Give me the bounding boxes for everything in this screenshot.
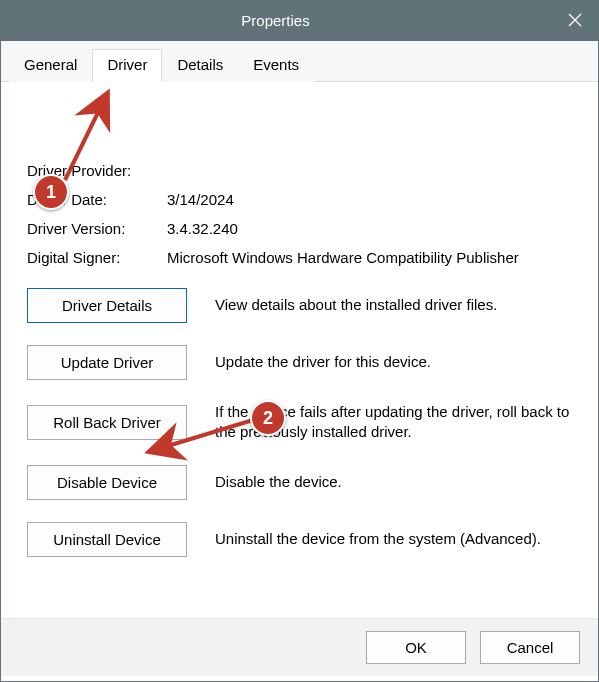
update-driver-desc: Update the driver for this device.	[215, 352, 578, 372]
driver-details-desc: View details about the installed driver …	[215, 295, 578, 315]
row-update-driver: Update Driver Update the driver for this…	[27, 345, 578, 380]
disable-device-button[interactable]: Disable Device	[27, 465, 187, 500]
tab-panel-driver: Driver Provider: Driver Date: 3/14/2024 …	[1, 82, 598, 618]
tab-driver[interactable]: Driver	[92, 49, 162, 82]
driver-details-button[interactable]: Driver Details	[27, 288, 187, 323]
dialog-footer: OK Cancel	[1, 618, 598, 676]
tab-general[interactable]: General	[9, 49, 92, 82]
tab-events[interactable]: Events	[238, 49, 314, 82]
close-icon	[568, 13, 582, 27]
uninstall-device-desc: Uninstall the device from the system (Ad…	[215, 529, 578, 549]
update-driver-button[interactable]: Update Driver	[27, 345, 187, 380]
tab-strip: General Driver Details Events	[1, 41, 598, 82]
info-row-version: Driver Version: 3.4.32.240	[27, 220, 578, 237]
uninstall-device-button[interactable]: Uninstall Device	[27, 522, 187, 557]
label-driver-version: Driver Version:	[27, 220, 167, 237]
driver-actions: Driver Details View details about the in…	[27, 288, 578, 557]
value-driver-date: 3/14/2024	[167, 191, 578, 208]
titlebar: Properties	[0, 0, 599, 40]
ok-button[interactable]: OK	[366, 631, 466, 664]
row-driver-details: Driver Details View details about the in…	[27, 288, 578, 323]
cancel-button[interactable]: Cancel	[480, 631, 580, 664]
value-digital-signer: Microsoft Windows Hardware Compatibility…	[167, 249, 578, 266]
close-button[interactable]	[551, 0, 599, 40]
info-row-signer: Digital Signer: Microsoft Windows Hardwa…	[27, 249, 578, 266]
value-driver-version: 3.4.32.240	[167, 220, 578, 237]
row-disable-device: Disable Device Disable the device.	[27, 465, 578, 500]
info-row-provider: Driver Provider:	[27, 162, 578, 179]
tab-details[interactable]: Details	[162, 49, 238, 82]
dialog-frame: General Driver Details Events Driver Pro…	[0, 40, 599, 682]
row-uninstall-device: Uninstall Device Uninstall the device fr…	[27, 522, 578, 557]
disable-device-desc: Disable the device.	[215, 472, 578, 492]
rollback-driver-button[interactable]: Roll Back Driver	[27, 405, 187, 440]
window-title: Properties	[0, 12, 551, 29]
row-rollback-driver: Roll Back Driver If the device fails aft…	[27, 402, 578, 443]
annotation-marker-1: 1	[33, 174, 69, 210]
annotation-marker-2: 2	[250, 400, 286, 436]
info-row-date: Driver Date: 3/14/2024	[27, 191, 578, 208]
label-digital-signer: Digital Signer:	[27, 249, 167, 266]
driver-info: Driver Provider: Driver Date: 3/14/2024 …	[27, 162, 578, 266]
